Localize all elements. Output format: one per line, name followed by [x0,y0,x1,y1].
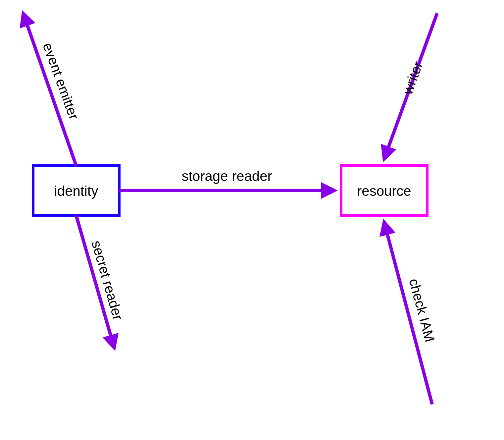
check-iam-edge: check IAM [384,222,438,404]
identity-node: identity [33,166,119,215]
writer-label: writer [399,59,426,97]
resource-node: resource [341,166,427,215]
storage-reader-edge: storage reader [119,168,334,191]
secret-reader-edge: secret reader [76,215,126,348]
diagram-canvas: identity resource storage reader event e… [0,0,504,440]
identity-node-label: identity [54,183,98,199]
writer-edge: writer [384,13,437,159]
event-emitter-edge: event emitter [23,13,82,166]
resource-node-label: resource [357,183,411,199]
check-iam-label: check IAM [406,277,438,344]
storage-reader-label: storage reader [181,168,272,184]
